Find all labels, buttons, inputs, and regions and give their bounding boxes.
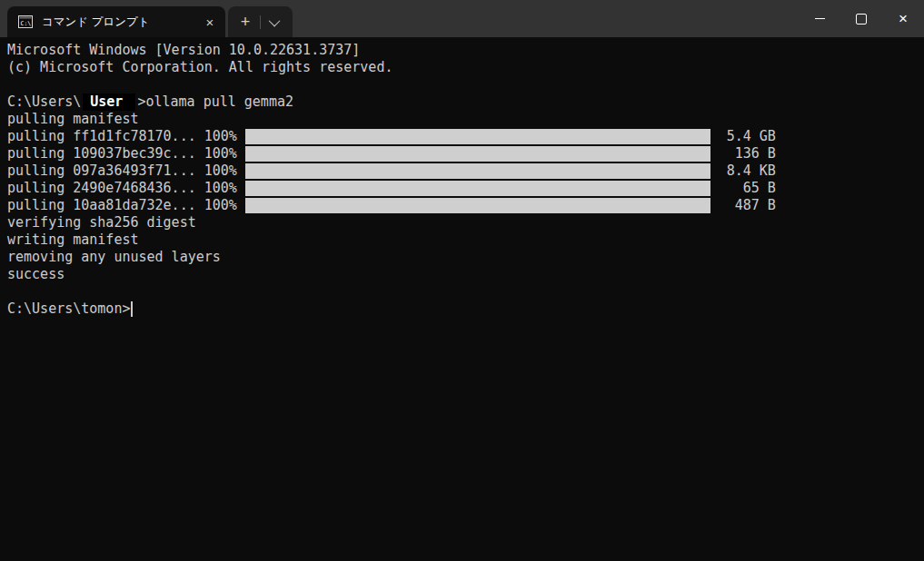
download-size: 65 B bbox=[710, 180, 776, 197]
terminal-line: verifying sha256 digest bbox=[7, 214, 917, 231]
title-bar: C:\ コマンド プロンプト × + × bbox=[0, 0, 924, 37]
progress-bar bbox=[245, 129, 710, 144]
terminal-line: pulling manifest bbox=[7, 111, 917, 128]
progress-bar bbox=[245, 181, 710, 196]
tab-dropdown-button[interactable] bbox=[261, 6, 290, 37]
terminal-prompt-line: C:\Users\User>ollama pull gemma2 bbox=[7, 94, 917, 111]
terminal-progress-line: pulling ff1d1fc78170... 100%5.4 GB bbox=[7, 128, 917, 145]
download-size: 487 B bbox=[710, 197, 776, 214]
download-size: 8.4 KB bbox=[710, 162, 776, 180]
terminal-line: removing any unused layers bbox=[7, 249, 917, 266]
terminal-blank-line bbox=[7, 76, 917, 94]
minimize-button[interactable] bbox=[799, 0, 840, 37]
download-size: 136 B bbox=[710, 145, 776, 162]
terminal-progress-line: pulling 10aa81da732e... 100%487 B bbox=[7, 197, 917, 214]
terminal-line: success bbox=[7, 266, 917, 283]
terminal-screen[interactable]: Microsoft Windows [Version 10.0.22631.37… bbox=[0, 37, 924, 561]
close-button[interactable]: × bbox=[882, 0, 924, 37]
terminal-progress-line: pulling 097a36493f71... 100%8.4 KB bbox=[7, 162, 917, 180]
tab-close-icon[interactable]: × bbox=[200, 12, 220, 32]
new-tab-group: + bbox=[228, 6, 293, 37]
redacted-username: User bbox=[83, 94, 135, 111]
minimize-icon bbox=[815, 18, 825, 19]
text-cursor bbox=[131, 301, 133, 317]
terminal-window: C:\ コマンド プロンプト × + × Micr bbox=[0, 0, 924, 561]
terminal-line: (c) Microsoft Corporation. All rights re… bbox=[7, 59, 917, 76]
terminal-blank-line bbox=[7, 283, 917, 300]
close-icon: × bbox=[899, 11, 908, 26]
maximize-icon bbox=[856, 14, 867, 25]
svg-text:C:\: C:\ bbox=[21, 20, 32, 27]
titlebar-drag-region bbox=[293, 0, 799, 37]
tab-title: コマンド プロンプト bbox=[42, 15, 150, 30]
progress-bar bbox=[245, 146, 710, 162]
new-tab-button[interactable]: + bbox=[231, 6, 260, 37]
tab-command-prompt[interactable]: C:\ コマンド プロンプト × bbox=[7, 6, 225, 37]
progress-bar bbox=[245, 198, 710, 213]
terminal-progress-line: pulling 2490e7468436... 100%65 B bbox=[7, 180, 917, 197]
terminal-line: writing manifest bbox=[7, 231, 917, 249]
command-prompt-icon: C:\ bbox=[18, 15, 33, 28]
terminal-progress-line: pulling 109037bec39c... 100%136 B bbox=[7, 145, 917, 162]
chevron-down-icon bbox=[268, 15, 280, 26]
maximize-button[interactable] bbox=[840, 0, 882, 37]
terminal-prompt-line: C:\Users\tomon> bbox=[7, 300, 917, 318]
window-controls: × bbox=[799, 0, 924, 37]
download-size: 5.4 GB bbox=[710, 128, 776, 145]
progress-bar bbox=[245, 163, 710, 179]
terminal-line: Microsoft Windows [Version 10.0.22631.37… bbox=[7, 42, 917, 59]
